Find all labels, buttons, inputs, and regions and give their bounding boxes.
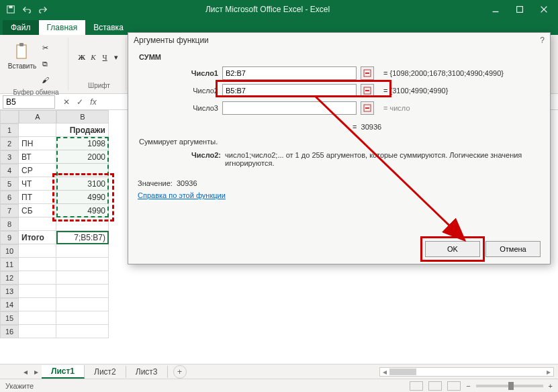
cell[interactable]: ПН (19, 137, 56, 150)
cell[interactable] (56, 325, 109, 338)
collapse-dialog-icon[interactable] (361, 66, 374, 80)
zoom-out-icon[interactable]: − (466, 382, 470, 390)
cell[interactable]: 2000 (56, 150, 109, 164)
cell[interactable] (19, 124, 56, 137)
enter-formula-icon[interactable]: ✓ (74, 96, 86, 108)
cell[interactable] (19, 325, 56, 338)
row-header[interactable]: 2 (0, 137, 19, 150)
collapse-dialog-icon[interactable] (361, 84, 374, 97)
close-button[interactable] (534, 3, 554, 16)
row-header[interactable]: 9 (0, 231, 19, 244)
column-header[interactable]: B (56, 110, 109, 124)
cell[interactable] (56, 164, 109, 177)
page-layout-view-icon[interactable] (428, 381, 442, 391)
chevron-down-icon[interactable]: ▾ (111, 51, 122, 63)
row-header[interactable]: 15 (0, 311, 19, 325)
collapse-dialog-icon[interactable] (361, 101, 374, 115)
save-icon[interactable] (4, 3, 17, 16)
cell[interactable] (19, 244, 56, 258)
cell[interactable]: ВТ (19, 150, 56, 164)
cell[interactable] (56, 311, 109, 325)
cell[interactable]: 4990 (56, 204, 109, 217)
tab-insert[interactable]: Вставка (85, 20, 132, 35)
sheet-tab-bar: ◂ ▸ Лист1 Лист2 Лист3 + ◂ ▸ (0, 364, 558, 379)
cell[interactable] (19, 271, 56, 285)
underline-button[interactable]: Ч (100, 51, 110, 63)
sheet-tab[interactable]: Лист3 (126, 366, 168, 378)
cell[interactable]: ЧТ (19, 177, 56, 191)
arg2-input[interactable] (222, 84, 357, 97)
row-header[interactable]: 7 (0, 204, 19, 217)
window-title: Лист Microsoft Office Excel - Excel (50, 5, 485, 14)
paste-button[interactable]: Вставить (8, 39, 36, 72)
fx-icon[interactable]: fx (87, 96, 99, 108)
cell[interactable] (56, 285, 109, 298)
cell[interactable] (56, 271, 109, 285)
italic-button[interactable]: К (88, 51, 98, 63)
dialog-title: Аргументы функции (134, 36, 209, 45)
column-header[interactable]: A (19, 110, 56, 124)
sheet-nav-next-icon[interactable]: ▸ (31, 366, 42, 377)
row-header[interactable]: 10 (0, 244, 19, 258)
arg3-input[interactable] (222, 101, 357, 115)
cell[interactable]: ПТ (19, 191, 56, 204)
row-header[interactable]: 8 (0, 217, 19, 231)
bold-button[interactable]: Ж (77, 51, 87, 63)
row-header[interactable]: 12 (0, 271, 19, 285)
cell[interactable] (19, 311, 56, 325)
copy-icon[interactable]: ⧉ (38, 56, 52, 71)
dialog-help-icon[interactable]: ? (540, 36, 545, 45)
cell[interactable] (19, 285, 56, 298)
normal-view-icon[interactable] (410, 381, 423, 391)
new-sheet-button[interactable]: + (173, 365, 187, 379)
cell[interactable]: 1098 (56, 137, 109, 150)
row-header[interactable]: 13 (0, 285, 19, 298)
cell[interactable]: 3100 (56, 177, 109, 191)
row-header[interactable]: 16 (0, 325, 19, 338)
cell[interactable] (19, 217, 56, 231)
cell[interactable] (19, 298, 56, 311)
arg1-input[interactable] (222, 66, 357, 80)
cell[interactable]: 7;B5:B7) (56, 231, 109, 244)
cell[interactable]: Продажи (56, 124, 109, 137)
undo-icon[interactable] (20, 3, 34, 16)
page-break-view-icon[interactable] (447, 381, 461, 391)
sheet-nav-prev-icon[interactable]: ◂ (20, 366, 31, 377)
row-header[interactable]: 3 (0, 150, 19, 164)
format-painter-icon[interactable]: 🖌 (38, 72, 52, 87)
cell[interactable]: Итого (19, 231, 56, 244)
cell[interactable] (56, 244, 109, 258)
select-all-corner[interactable] (0, 110, 19, 124)
cell[interactable] (56, 258, 109, 271)
row-header[interactable]: 4 (0, 164, 19, 177)
zoom-in-icon[interactable]: + (549, 382, 553, 390)
cancel-formula-icon[interactable]: ✕ (60, 96, 73, 108)
cancel-button[interactable]: Отмена (485, 241, 541, 257)
name-box[interactable] (3, 95, 55, 109)
row-header[interactable]: 11 (0, 258, 19, 271)
zoom-slider[interactable] (476, 385, 543, 387)
cell[interactable]: СБ (19, 204, 56, 217)
cell[interactable]: СР (19, 164, 56, 177)
redo-icon[interactable] (36, 3, 50, 16)
row-header[interactable]: 14 (0, 298, 19, 311)
tab-file[interactable]: Файл (3, 20, 39, 35)
sheet-tab[interactable]: Лист2 (85, 366, 126, 378)
cell[interactable]: 4990 (56, 191, 109, 204)
cell[interactable] (19, 258, 56, 271)
minimize-button[interactable] (485, 3, 506, 16)
row-header[interactable]: 1 (0, 124, 19, 137)
row-header[interactable]: 5 (0, 177, 19, 191)
sheet-tab[interactable]: Лист1 (42, 365, 85, 379)
ok-button[interactable]: OK (425, 241, 480, 257)
help-link[interactable]: Справка по этой функции (138, 191, 226, 199)
cut-icon[interactable]: ✂ (38, 40, 52, 55)
argdesc-text: число1;число2;... от 1 до 255 аргументов… (225, 151, 538, 167)
horizontal-scrollbar[interactable]: ◂ ▸ (379, 367, 554, 377)
maximize-button[interactable] (510, 3, 530, 16)
cell[interactable] (56, 217, 109, 231)
tab-home[interactable]: Главная (39, 20, 86, 35)
value-label: Значение: (138, 179, 173, 187)
cell[interactable] (56, 298, 109, 311)
row-header[interactable]: 6 (0, 191, 19, 204)
